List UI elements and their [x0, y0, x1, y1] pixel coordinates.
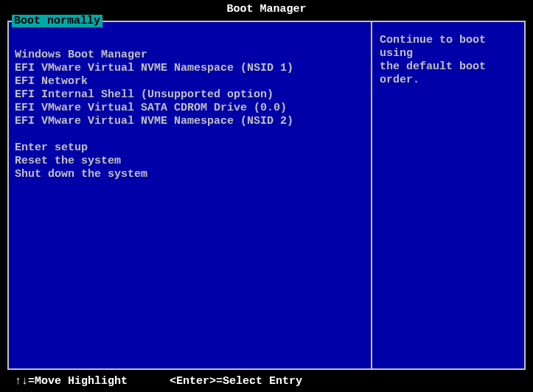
boot-entries-list: Windows Boot Manager EFI VMware Virtual …: [15, 49, 365, 181]
help-panel: Continue to boot using the default boot …: [371, 21, 526, 370]
boot-menu-panel: Boot normally Windows Boot Manager EFI V…: [7, 21, 371, 370]
system-entry-setup[interactable]: Enter setup: [15, 141, 365, 155]
boot-entry-network[interactable]: EFI Network: [15, 75, 365, 88]
main-area: Boot normally Windows Boot Manager EFI V…: [7, 21, 526, 370]
help-text-line: the default boot order.: [380, 60, 517, 87]
menu-spacer: [15, 128, 365, 141]
boot-entry-sata-cdrom[interactable]: EFI VMware Virtual SATA CDROM Drive (0.0…: [15, 102, 365, 115]
help-text-line: Continue to boot using: [380, 34, 517, 60]
hint-select: <Enter>=Select Entry: [170, 375, 302, 388]
boot-entry-windows[interactable]: Windows Boot Manager: [15, 49, 365, 62]
system-entry-shutdown[interactable]: Shut down the system: [15, 168, 365, 181]
system-entry-reset[interactable]: Reset the system: [15, 155, 365, 168]
boot-entry-nvme-1[interactable]: EFI VMware Virtual NVME Namespace (NSID …: [15, 62, 365, 75]
boot-entry-shell[interactable]: EFI Internal Shell (Unsupported option): [15, 88, 365, 102]
selected-item-highlight[interactable]: Boot normally: [12, 15, 102, 27]
selected-item-label: Boot normally: [14, 15, 100, 27]
footer-hints: ↑↓=Move Highlight <Enter>=Select Entry: [0, 375, 533, 388]
boot-entry-nvme-2[interactable]: EFI VMware Virtual NVME Namespace (NSID …: [15, 115, 365, 128]
page-title: Boot Manager: [226, 3, 306, 15]
hint-move: ↑↓=Move Highlight: [15, 375, 170, 388]
